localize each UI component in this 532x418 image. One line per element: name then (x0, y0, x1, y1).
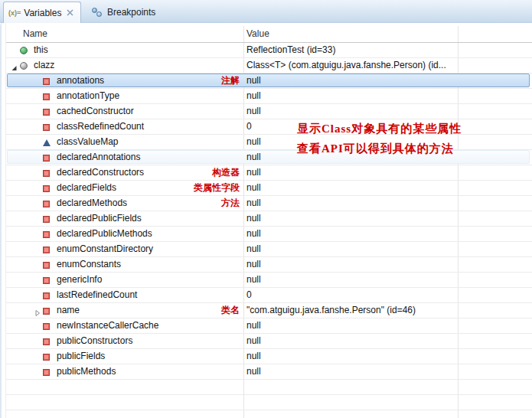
variable-value: null (246, 349, 261, 364)
red-annotation-label: 方法 (6, 196, 240, 211)
variable-value: null (246, 196, 261, 211)
variable-value: null (246, 334, 261, 348)
table-row-enumConstants[interactable]: enumConstantsnull (6, 257, 532, 273)
empty-row (6, 395, 532, 410)
tab-breakpoints[interactable]: Breakpoints (86, 2, 162, 23)
variable-name: clazz (34, 58, 54, 73)
table-row-cachedConstructor[interactable]: cachedConstructornull (6, 104, 532, 119)
red-square-icon (43, 93, 50, 100)
panel-edge (0, 23, 6, 418)
variable-value: null (246, 227, 261, 241)
empty-row (6, 410, 532, 418)
variable-value: 0 (246, 288, 252, 302)
red-annotation-label: 注解 (6, 73, 240, 88)
variable-value: null (246, 135, 261, 149)
tab-breakpoints-label: Breakpoints (107, 7, 155, 18)
table-row-genericInfo[interactable]: genericInfonull (6, 273, 532, 288)
variables-debug-view: (x)= Variables Breakpoints Name Value th… (0, 0, 532, 418)
variable-name: enumConstantDirectory (57, 242, 153, 256)
red-annotation-label: 类名 (6, 303, 240, 318)
table-row-annotations[interactable]: annotations注解null (6, 73, 532, 89)
table-row-declaredPublicMethods[interactable]: declaredPublicMethodsnull (6, 227, 532, 242)
column-header-name[interactable]: Name (23, 26, 47, 42)
table-row-name[interactable]: name类名"com.atguigu.java.fanshe.Person" (… (6, 303, 532, 318)
table-header: Name Value (6, 26, 532, 43)
table-body: thisReflectionTest (id=33)clazzClass<T> … (6, 43, 532, 418)
red-square-icon (43, 323, 50, 330)
red-square-icon (43, 262, 50, 269)
variable-value: ReflectionTest (id=33) (246, 43, 335, 57)
variable-value: null (246, 318, 261, 333)
red-square-icon (43, 231, 50, 238)
variable-name: genericInfo (57, 273, 102, 287)
variable-value: null (246, 257, 261, 272)
column-header-value[interactable]: Value (246, 26, 269, 42)
table-row-declaredPublicFields[interactable]: declaredPublicFieldsnull (6, 211, 532, 227)
variable-value: "com.atguigu.java.fanshe.Person" (id=46) (246, 303, 416, 318)
table-row-publicConstructors[interactable]: publicConstructorsnull (6, 334, 532, 349)
red-square-icon (43, 155, 50, 162)
green-circle-icon (20, 47, 28, 54)
breakpoints-icon (92, 8, 103, 18)
variable-value: null (246, 273, 261, 287)
collapse-arrow-icon[interactable] (10, 62, 18, 70)
variable-value: null (246, 89, 261, 103)
red-square-icon (43, 277, 50, 284)
variable-value: Class<T> (com.atguigu.java.fanshe.Person… (246, 58, 446, 73)
variable-name: newInstanceCallerCache (57, 318, 158, 333)
variable-value: null (246, 364, 261, 379)
table-row-publicFields[interactable]: publicFieldsnull (6, 349, 532, 364)
empty-row (6, 380, 532, 395)
variable-name: this (34, 43, 48, 57)
red-square-icon (43, 109, 50, 116)
variable-name: lastRedefinedCount (57, 288, 137, 302)
variable-name: cachedConstructor (57, 104, 134, 119)
variable-value: null (246, 150, 261, 165)
close-icon[interactable] (66, 8, 74, 17)
variable-name: publicFields (57, 349, 105, 364)
variable-value: null (246, 242, 261, 256)
table-row-declaredConstructors[interactable]: declaredConstructors构造器null (6, 165, 532, 181)
gray-circle-icon (20, 62, 28, 70)
red-square-icon (43, 292, 50, 299)
table-row-this[interactable]: thisReflectionTest (id=33) (6, 43, 532, 58)
annotation-overlay-note: 显示Class对象具有的某些属性 (297, 122, 462, 136)
variable-name: publicConstructors (57, 334, 132, 348)
table-row-publicMethods[interactable]: publicMethodsnull (6, 364, 532, 380)
variable-name: publicMethods (57, 364, 116, 379)
red-square-icon (43, 247, 50, 253)
variable-value: null (246, 211, 261, 226)
variable-name: annotationType (57, 89, 119, 103)
variable-value: null (246, 165, 261, 180)
tab-variables[interactable]: (x)= Variables (3, 2, 81, 23)
variable-value: null (246, 73, 261, 88)
blue-triangle-icon (43, 139, 51, 146)
variable-value: null (246, 104, 261, 119)
table-row-annotationType[interactable]: annotationTypenull (6, 89, 532, 104)
table-row-clazz[interactable]: clazzClass<T> (com.atguigu.java.fanshe.P… (6, 58, 532, 73)
table-row-declaredMethods[interactable]: declaredMethods方法null (6, 196, 532, 211)
annotation-overlay-note: 查看API可以得到具体的方法 (297, 142, 454, 156)
table-row-enumConstantDirectory[interactable]: enumConstantDirectorynull (6, 242, 532, 257)
variable-name: declaredAnnotations (57, 150, 140, 165)
variable-name: declaredPublicMethods (57, 227, 152, 241)
red-square-icon (43, 216, 50, 223)
variables-icon: (x)= (8, 9, 21, 17)
variable-value: 0 (246, 119, 252, 134)
red-square-icon (43, 338, 50, 345)
table-row-lastRedefinedCount[interactable]: lastRedefinedCount0 (6, 288, 532, 303)
red-annotation-label: 类属性字段 (6, 181, 240, 195)
variable-value: null (246, 181, 261, 195)
red-annotation-label: 构造器 (6, 165, 240, 180)
red-square-icon (43, 124, 50, 131)
variable-name: classRedefinedCount (57, 119, 144, 134)
variable-name: classValueMap (57, 135, 118, 149)
tab-bar: (x)= Variables Breakpoints (0, 0, 532, 23)
table-row-newInstanceCallerCache[interactable]: newInstanceCallerCachenull (6, 318, 532, 334)
table-row-declaredFields[interactable]: declaredFields类属性字段null (6, 181, 532, 196)
variables-table: Name Value thisReflectionTest (id=33)cla… (6, 23, 532, 418)
variable-name: declaredPublicFields (57, 211, 142, 226)
tab-variables-label: Variables (24, 8, 61, 18)
variable-name: enumConstants (57, 257, 121, 272)
red-square-icon (43, 369, 50, 376)
